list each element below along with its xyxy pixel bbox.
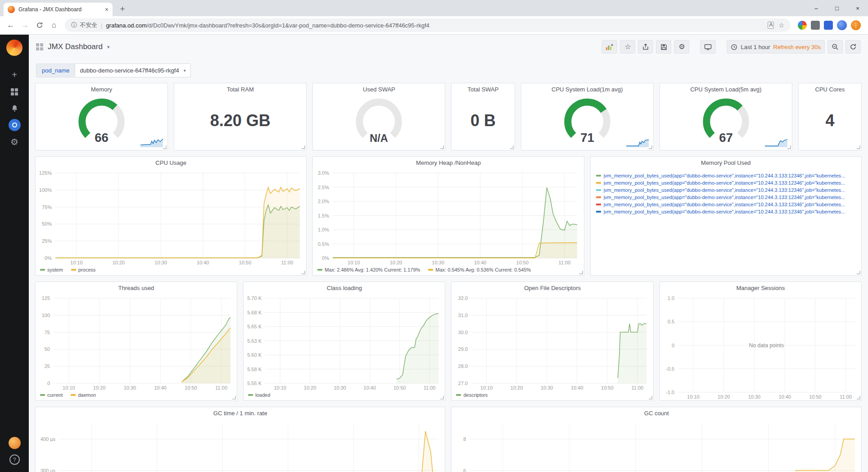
panel-title[interactable]: CPU System Load(1m avg) — [521, 83, 653, 95]
refresh-icon — [850, 43, 857, 50]
panel-resize-handle[interactable] — [857, 396, 860, 399]
panel-resize-handle[interactable] — [857, 145, 860, 149]
legend-item[interactable]: system — [40, 267, 63, 272]
sidebar-item-app-plugin[interactable] — [0, 117, 29, 133]
variable-caret-icon: ▾ — [184, 68, 186, 73]
legend-item[interactable]: Max: 2.486% Avg: 1.420% Current: 1.179% — [317, 267, 420, 272]
share-button[interactable] — [638, 40, 653, 54]
url-bar[interactable]: ⓘ 不安全 | grafana.od.com/d/Dc0DwvYmk/jmx-d… — [65, 18, 791, 32]
profile-avatar[interactable] — [837, 20, 847, 30]
tv-mode-button[interactable] — [700, 40, 716, 54]
panel-resize-handle[interactable] — [302, 271, 305, 274]
chart-open-file-descriptors[interactable]: 10:1010:2010:3010:4010:5011:0027.028.029… — [452, 294, 653, 391]
security-chip[interactable]: ⓘ 不安全 — [71, 21, 97, 29]
panel-resize-handle[interactable] — [440, 145, 444, 149]
chart-gc-count[interactable]: 10:1010:2010:3010:4010:5011:00468 — [452, 419, 861, 472]
legend-item[interactable]: process — [71, 267, 96, 272]
panel-title[interactable]: CPU Cores — [799, 83, 861, 95]
sidebar-item-create[interactable]: + — [0, 67, 29, 83]
legend-item[interactable]: jvm_memory_pool_bytes_used(app="dubbo-de… — [596, 180, 856, 186]
panel-resize-handle[interactable] — [510, 145, 514, 149]
panel-title[interactable]: Used SWAP — [313, 83, 445, 95]
legend-item[interactable]: jvm_memory_pool_bytes_used(app="dubbo-de… — [596, 209, 856, 214]
extension-icon-b[interactable] — [811, 21, 820, 30]
url-text: grafana.od.com/d/Dc0DwvYmk/jmx-dashboard… — [106, 22, 764, 29]
home-button[interactable]: ⌂ — [48, 19, 60, 32]
legend-item[interactable]: current — [40, 392, 63, 398]
sidebar-item-dashboards[interactable] — [0, 83, 29, 100]
svg-text:10:10: 10:10 — [687, 394, 700, 399]
star-dashboard-button[interactable]: ☆ — [620, 40, 635, 54]
panel-resize-handle[interactable] — [857, 271, 860, 274]
legend-item[interactable]: loaded — [248, 392, 270, 398]
panel-title[interactable]: Manager Sessions — [660, 282, 861, 294]
tab-close-icon[interactable]: × — [105, 6, 108, 13]
legend-item[interactable]: jvm_memory_pool_bytes_used(app="dubbo-de… — [596, 202, 856, 207]
panel-title[interactable]: Memory Pool Used — [591, 157, 861, 168]
chart-gc-time-1-min-rate[interactable]: 10:1010:2010:3010:4010:5011:00200 µs300 … — [36, 419, 445, 472]
legend-item[interactable]: descriptors — [456, 392, 488, 398]
panel-resize-handle[interactable] — [649, 396, 652, 399]
refresh-button[interactable] — [845, 40, 861, 54]
legend-item[interactable]: jvm_memory_pool_bytes_used(app="dubbo-de… — [596, 173, 856, 178]
chart-cpu-usage[interactable]: 10:1010:2010:3010:4010:5011:000%25%50%75… — [36, 168, 306, 266]
svg-text:5.55 K: 5.55 K — [247, 381, 262, 386]
translate-icon[interactable]: A — [768, 22, 774, 29]
add-panel-button[interactable] — [601, 40, 617, 54]
legend-item[interactable]: daemon — [71, 392, 96, 398]
sidebar-item-configuration[interactable]: ⚙ — [0, 133, 29, 150]
extension-icon-c[interactable] — [824, 21, 833, 30]
user-avatar[interactable] — [9, 437, 21, 449]
panel-resize-handle[interactable] — [232, 396, 236, 399]
legend-item[interactable]: jvm_memory_pool_bytes_used(app="dubbo-de… — [596, 195, 856, 200]
back-button[interactable]: ← — [5, 19, 17, 32]
new-tab-button[interactable]: + — [116, 3, 129, 15]
panel-title[interactable]: Threads used — [36, 282, 237, 294]
forward-button[interactable]: → — [19, 19, 32, 32]
dashboards-grid-icon — [11, 88, 18, 95]
close-button[interactable]: × — [847, 0, 868, 16]
maximize-button[interactable]: □ — [827, 0, 847, 16]
panel-resize-handle[interactable] — [579, 271, 583, 274]
chrome-menu-button[interactable]: ⋮ — [851, 20, 861, 30]
panel-title[interactable]: Total SWAP — [452, 83, 514, 95]
legend-item[interactable]: Max: 0.545% Avg: 0.536% Current: 0.545% — [428, 267, 531, 272]
panel-title[interactable]: Total RAM — [174, 83, 306, 95]
panel-title[interactable]: GC count — [452, 407, 861, 419]
help-button[interactable]: ? — [9, 454, 20, 465]
legend-label: process — [78, 267, 96, 272]
dashboard-title[interactable]: JMX Dashboard — [48, 42, 103, 51]
panel-resize-handle[interactable] — [649, 145, 652, 149]
panel-resize-handle[interactable] — [163, 145, 167, 149]
svg-text:100: 100 — [42, 313, 50, 318]
time-picker-button[interactable]: Last 1 hour Refresh every 30s — [727, 40, 825, 54]
panel-title[interactable]: CPU Usage — [36, 157, 306, 168]
bookmark-star-icon[interactable]: ☆ — [778, 22, 784, 29]
chart-manager-sessions[interactable]: 10:1010:2010:3010:4010:5011:00-1.0-0.500… — [660, 294, 861, 400]
title-caret-icon[interactable]: ▾ — [107, 44, 110, 50]
minimize-button[interactable]: – — [806, 0, 827, 16]
panel-resize-handle[interactable] — [440, 396, 444, 399]
dashboard-settings-button[interactable]: ⚙ — [674, 40, 689, 54]
panel-title[interactable]: CPU System Load(5m avg) — [660, 83, 792, 95]
grafana-logo[interactable] — [6, 40, 23, 56]
variable-dropdown[interactable]: dubbo-demo-service-647ff46c95-rkgf4 ▾ — [75, 64, 190, 77]
panel-title[interactable]: GC time / 1 min. rate — [36, 407, 445, 419]
panel-resize-handle[interactable] — [302, 145, 305, 149]
zoom-out-button[interactable] — [827, 40, 843, 54]
panel-title[interactable]: Memory Heap /NonHeap — [313, 157, 583, 168]
extension-icon-a[interactable] — [798, 21, 807, 30]
panel-resize-handle[interactable] — [787, 145, 791, 149]
panel-title[interactable]: Open File Descriptors — [452, 282, 653, 294]
sidebar-item-alerting[interactable] — [0, 100, 29, 117]
chart-threads-used[interactable]: 10:1010:2010:3010:4010:5011:000255075100… — [36, 294, 237, 391]
panel-title[interactable]: Memory — [36, 83, 167, 95]
chart-memory-heap-nonheap[interactable]: 10:1010:2010:3010:4010:5011:000%0.5%1.0%… — [313, 168, 583, 266]
panel-title[interactable]: Class loading — [244, 282, 445, 294]
reload-button[interactable] — [33, 19, 46, 32]
svg-text:10:10: 10:10 — [274, 385, 287, 390]
browser-tab[interactable]: Grafana - JMX Dashboard × — [4, 3, 113, 16]
legend-item[interactable]: jvm_memory_pool_bytes_used(app="dubbo-de… — [596, 187, 856, 193]
save-button[interactable] — [656, 40, 671, 54]
chart-class-loading[interactable]: 10:1010:2010:3010:4010:5011:005.55 K5.58… — [244, 294, 445, 391]
